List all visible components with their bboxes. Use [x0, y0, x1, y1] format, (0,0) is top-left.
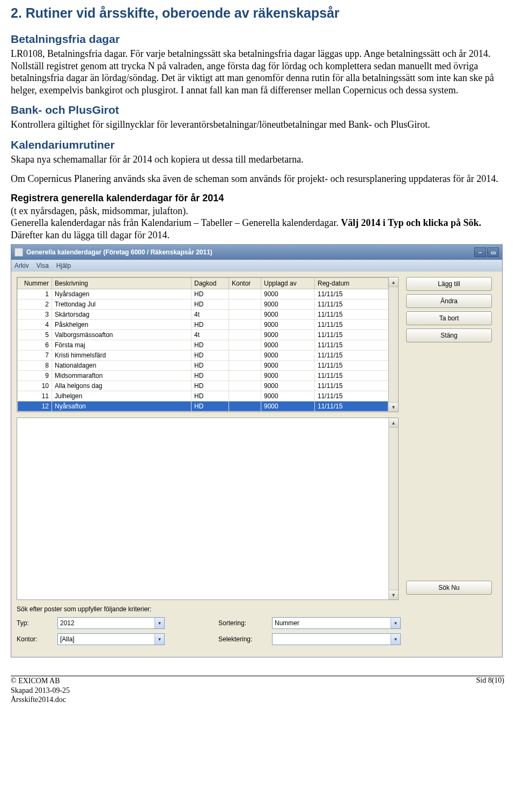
table-cell: 11/11/15 — [315, 350, 388, 361]
table-cell — [229, 340, 261, 350]
table-cell: Kristi himmelsfärd — [52, 350, 192, 361]
table-row[interactable]: 10Alla helgons dagHD900011/11/15 — [18, 381, 388, 391]
table-cell: HD — [192, 289, 229, 299]
table-row[interactable]: 2Trettondag JulHD900011/11/15 — [18, 299, 388, 310]
chevron-down-icon[interactable]: ▼ — [391, 618, 400, 628]
kontor-combo[interactable]: [Alla] ▼ — [57, 633, 165, 645]
sortering-combo[interactable]: Nummer ▼ — [272, 617, 401, 629]
table-cell: 11 — [18, 391, 52, 401]
chevron-down-icon[interactable]: ▼ — [391, 634, 400, 645]
chevron-down-icon[interactable]: ▼ — [154, 618, 164, 628]
table-cell: 11/11/15 — [315, 371, 388, 381]
para-betalningsfria: LR0108, Betalningsfria dagar. För varje … — [11, 48, 504, 96]
kontor-label: Kontor: — [17, 635, 52, 643]
minimize-button[interactable]: – — [474, 247, 486, 257]
table-row[interactable]: 6Första majHD900011/11/15 — [18, 340, 388, 350]
footer-page: Sid 8(10) — [476, 676, 505, 705]
table-cell: HD — [192, 401, 229, 412]
table-row[interactable]: 1NyårsdagenHD900011/11/15 — [18, 289, 388, 299]
scroll-down-icon[interactable]: ▼ — [389, 590, 398, 599]
table-cell: 9000 — [261, 350, 315, 361]
table-cell: 8 — [18, 361, 52, 371]
table-cell: 9000 — [261, 361, 315, 371]
table-cell: 4 — [18, 320, 52, 330]
detail-pane: ▲ ▼ — [17, 418, 399, 600]
table-cell: Julhelgen — [52, 391, 192, 401]
table-cell: 1 — [18, 289, 52, 299]
heading-registrera: Registrera generella kalenderdagar för å… — [11, 193, 504, 204]
heading-bank-plusgirot: Bank- och PlusGirot — [11, 104, 504, 116]
menu-hjalp[interactable]: Hjälp — [56, 262, 71, 269]
maximize-button[interactable]: ▭ — [487, 247, 499, 257]
table-row[interactable]: 5Valborgsmässoafton4t900011/11/15 — [18, 330, 388, 340]
table-cell: 11/11/15 — [315, 289, 388, 299]
table-cell: Nyårsdagen — [52, 289, 192, 299]
table-row[interactable]: 12NyårsaftonHD900011/11/15 — [18, 401, 388, 412]
table-cell: Nationaldagen — [52, 361, 192, 371]
table-cell: 5 — [18, 330, 52, 340]
table-row[interactable]: 8NationaldagenHD900011/11/15 — [18, 361, 388, 371]
table-cell: 9000 — [261, 391, 315, 401]
add-button[interactable]: Lägg till — [406, 277, 492, 291]
table-cell: HD — [192, 340, 229, 350]
col-dagkod[interactable]: Dagkod — [192, 278, 229, 289]
menu-visa[interactable]: Visa — [36, 262, 49, 269]
search-button[interactable]: Sök Nu — [406, 581, 492, 595]
heading-betalningsfria: Betalningsfria dagar — [11, 33, 504, 46]
table-cell — [229, 289, 261, 299]
table-cell: 9000 — [261, 340, 315, 350]
menu-arkiv[interactable]: Arkiv — [14, 262, 29, 269]
table-cell: 9000 — [261, 320, 315, 330]
table-cell — [229, 330, 261, 340]
table-row[interactable]: 4PåskhelgenHD900011/11/15 — [18, 320, 388, 330]
table-cell: 11/11/15 — [315, 401, 388, 412]
scroll-up-icon[interactable]: ▲ — [389, 418, 398, 428]
search-criteria-label: Sök efter poster som uppfyller följande … — [17, 605, 497, 613]
table-row[interactable]: 3Skärtorsdag4t900011/11/15 — [18, 310, 388, 320]
detail-scrollbar[interactable]: ▲ ▼ — [388, 418, 398, 599]
kalender-table[interactable]: Nummer Beskrivning Dagkod Kontor Upplagd… — [17, 277, 388, 412]
typ-label: Typ: — [17, 619, 52, 627]
kalenderdagar-window: Generella kalenderdagar (Företag 6000 / … — [11, 244, 503, 657]
col-kontor[interactable]: Kontor — [229, 278, 261, 289]
table-cell: 9000 — [261, 299, 315, 310]
para-kalendarium-2: Om Copernicus Planering används ska även… — [11, 173, 504, 185]
delete-button[interactable]: Ta bort — [406, 311, 492, 325]
selektering-combo[interactable]: ▼ — [272, 633, 401, 645]
typ-combo[interactable]: 2012 ▼ — [57, 617, 165, 629]
para-registrera: (t ex nyårsdagen, påsk, midsommar, julaf… — [11, 205, 504, 242]
scroll-down-icon[interactable]: ▼ — [389, 402, 398, 412]
close-button[interactable]: Stäng — [406, 328, 492, 342]
col-regdatum[interactable]: Reg-datum — [315, 278, 388, 289]
table-row[interactable]: 9MidsommaraftonHD900011/11/15 — [18, 371, 388, 381]
table-cell: 9000 — [261, 310, 315, 320]
col-nummer[interactable]: Nummer — [18, 278, 52, 289]
titlebar[interactable]: Generella kalenderdagar (Företag 6000 / … — [11, 245, 502, 260]
table-cell: 11/11/15 — [315, 391, 388, 401]
kontor-value: [Alla] — [60, 635, 154, 643]
table-cell: 11/11/15 — [315, 310, 388, 320]
scroll-up-icon[interactable]: ▲ — [389, 277, 398, 287]
edit-button[interactable]: Ändra — [406, 294, 492, 308]
table-cell: 9000 — [261, 330, 315, 340]
table-wrap: Nummer Beskrivning Dagkod Kontor Upplagd… — [17, 277, 399, 412]
chevron-down-icon[interactable]: ▼ — [154, 634, 164, 645]
table-cell: 11/11/15 — [315, 299, 388, 310]
reg-line1: (t ex nyårsdagen, påsk, midsommar, julaf… — [11, 206, 188, 216]
table-cell — [229, 391, 261, 401]
table-cell — [229, 350, 261, 361]
col-beskrivning[interactable]: Beskrivning — [52, 278, 192, 289]
table-cell: Valborgsmässoafton — [52, 330, 192, 340]
table-row[interactable]: 11JulhelgenHD900011/11/15 — [18, 391, 388, 401]
table-scrollbar[interactable]: ▲ ▼ — [388, 277, 398, 412]
table-cell: 9000 — [261, 371, 315, 381]
table-cell: HD — [192, 361, 229, 371]
table-cell: 7 — [18, 350, 52, 361]
col-upplagd[interactable]: Upplagd av — [261, 278, 315, 289]
table-row[interactable]: 7Kristi himmelsfärdHD900011/11/15 — [18, 350, 388, 361]
table-cell: 12 — [18, 401, 52, 412]
table-cell: 2 — [18, 299, 52, 310]
table-cell: Påskhelgen — [52, 320, 192, 330]
table-cell: 11/11/15 — [315, 381, 388, 391]
table-cell: 6 — [18, 340, 52, 350]
